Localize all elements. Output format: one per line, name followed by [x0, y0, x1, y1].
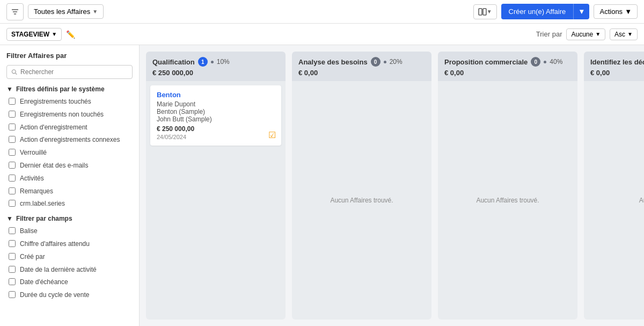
chevron-asc-icon: ▼: [627, 31, 633, 37]
col-title-identifiez: Identifiez les décid...: [590, 58, 644, 66]
chevron-actions-icon: ▼: [625, 8, 632, 16]
checkbox-crm-series[interactable]: [9, 200, 16, 207]
deal-date: 24/05/2024: [157, 134, 275, 140]
deal-card-benton[interactable]: Benton Marie Dupont Benton (Sample) John…: [150, 85, 281, 146]
col-badge-qualification: 1: [198, 57, 208, 67]
deal-company: Benton (Sample): [157, 108, 275, 115]
checkbox-chiffre[interactable]: [9, 240, 16, 247]
filter-button[interactable]: [6, 3, 24, 20]
checkbox-echeance[interactable]: [9, 278, 16, 285]
create-affaire-arrow[interactable]: ▼: [573, 4, 589, 19]
field-filters-list: Balise Chiffre d'affaires attendu Créé p…: [6, 227, 133, 300]
label-enreg-touches: Enregistrements touchés: [20, 97, 91, 106]
create-affaire-button[interactable]: Créer un(e) Affaire: [501, 4, 574, 19]
checkbox-balise[interactable]: [9, 227, 16, 234]
topbar: Toutes les Affaires ▼ ▼ Créer un(e) Affa…: [0, 0, 644, 24]
label-emails: Dernier état des e-mails: [20, 161, 88, 170]
label-activites: Activités: [20, 174, 44, 183]
label-derniere-activite: Date de la dernière activité: [20, 265, 97, 274]
checkbox-derniere-activite[interactable]: [9, 266, 16, 273]
checkbox-remarques[interactable]: [9, 187, 16, 194]
col-badge-proposition: 0: [531, 57, 540, 67]
task-icon: ☑: [268, 130, 276, 140]
filter-item: Enregistrements touchés: [6, 97, 133, 106]
col-header-analyse: Analyse des besoins 0 20% € 0,00: [292, 52, 431, 81]
create-btn-group: Créer un(e) Affaire ▼: [501, 4, 590, 19]
search-box: [6, 65, 133, 79]
col-percent-qualification: 10%: [217, 58, 230, 66]
arrow-down-fields-icon: ▼: [6, 215, 13, 222]
checkbox-enreg-touches[interactable]: [9, 98, 16, 105]
label-cree-par: Créé par: [20, 252, 45, 262]
col-badge-analyse: 0: [371, 57, 380, 67]
label-action-connexes: Action d'enregistrements connexes: [20, 135, 120, 144]
stageview-button[interactable]: STAGEVIEW ▼: [6, 28, 62, 41]
search-icon: [11, 69, 17, 75]
label-echeance: Date d'échéance: [20, 278, 68, 287]
affaires-dropdown[interactable]: Toutes les Affaires ▼: [28, 4, 104, 19]
label-balise: Balise: [20, 227, 38, 236]
col-percent-proposition: 40%: [550, 58, 562, 66]
chevron-create-icon: ▼: [578, 8, 585, 16]
label-crm-series: crm.label.series: [20, 199, 65, 208]
col-dot-proposition: [544, 61, 546, 63]
col-dot-analyse: [384, 61, 386, 63]
chevron-view-icon: ▼: [487, 9, 492, 15]
checkbox-duree-cycle[interactable]: [9, 291, 16, 298]
svg-rect-3: [479, 9, 482, 15]
col-header-qualification: Qualification 1 10% € 250 000,00: [146, 52, 286, 81]
secondbar: STAGEVIEW ▼ ✏️ Trier par Aucune ▼ Asc ▼: [0, 24, 644, 45]
filter-item: Enregistrements non touchés: [6, 110, 133, 119]
filter-item: Action d'enregistrement: [6, 123, 133, 132]
main-layout: Filtrer Affaires par ▼ Filtres définis p…: [0, 45, 644, 326]
checkbox-emails[interactable]: [9, 162, 16, 169]
deal-name: Benton: [157, 91, 275, 99]
empty-message-proposition: Aucun Affaires trouvé.: [442, 85, 573, 315]
col-total-proposition: € 0,00: [444, 69, 571, 77]
empty-message-identifiez: Aucun A...: [588, 85, 644, 315]
label-action-enreg: Action d'enregistrement: [20, 123, 87, 132]
empty-message-analyse: Aucun Affaires trouvé.: [296, 85, 427, 315]
trier-par-label: Trier par: [536, 30, 562, 38]
svg-line-6: [16, 73, 17, 75]
asc-dropdown[interactable]: Asc ▼: [610, 28, 638, 40]
aucune-dropdown[interactable]: Aucune ▼: [566, 28, 605, 40]
filter-item: Action d'enregistrements connexes: [6, 135, 133, 144]
search-input[interactable]: [20, 68, 128, 76]
deal-amount: € 250 000,00: [157, 125, 275, 133]
label-duree-cycle: Durée du cycle de vente: [20, 291, 89, 300]
checkbox-verrouille[interactable]: [9, 149, 16, 156]
checkbox-enreg-non-touches[interactable]: [9, 111, 16, 118]
filter-item: Balise: [6, 227, 133, 236]
checkbox-cree-par[interactable]: [9, 253, 16, 260]
system-filters-list: Enregistrements touchés Enregistrements …: [6, 97, 133, 208]
actions-button[interactable]: Actions ▼: [594, 4, 638, 19]
col-header-identifiez: Identifiez les décid... 0 € 0,00: [584, 52, 644, 81]
sidebar: Filtrer Affaires par ▼ Filtres définis p…: [0, 45, 140, 326]
svg-point-5: [12, 70, 16, 74]
deal-contact: Marie Dupont: [157, 100, 275, 108]
view-toggle-button[interactable]: ▼: [473, 4, 497, 19]
edit-icon[interactable]: ✏️: [66, 30, 75, 39]
label-remarques: Remarques: [20, 187, 53, 196]
secondbar-right: Trier par Aucune ▼ Asc ▼: [536, 28, 638, 40]
label-chiffre: Chiffre d'affaires attendu: [20, 240, 90, 249]
col-total-identifiez: € 0,00: [590, 69, 644, 77]
sidebar-title: Filtrer Affaires par: [6, 52, 133, 60]
svg-rect-4: [483, 9, 486, 15]
field-filters-header[interactable]: ▼ Filtrer par champs: [6, 215, 133, 222]
col-total-analyse: € 0,00: [298, 69, 425, 77]
checkbox-action-enreg[interactable]: [9, 124, 16, 131]
col-total-qualification: € 250 000,00: [152, 69, 279, 77]
affaires-label: Toutes les Affaires: [34, 8, 90, 16]
filter-item: Activités: [6, 174, 133, 183]
checkbox-action-connexes[interactable]: [9, 136, 16, 143]
secondbar-left: STAGEVIEW ▼ ✏️: [6, 28, 75, 41]
filter-item: Créé par: [6, 252, 133, 262]
kanban-col-qualification: Qualification 1 10% € 250 000,00 Benton …: [146, 52, 286, 320]
label-enreg-non-touches: Enregistrements non touchés: [20, 110, 104, 119]
checkbox-activites[interactable]: [9, 175, 16, 182]
col-body-identifiez: Aucun A...: [584, 81, 644, 320]
system-filters-header[interactable]: ▼ Filtres définis par le système: [6, 85, 133, 93]
topbar-right: ▼ Créer un(e) Affaire ▼ Actions ▼: [473, 4, 638, 19]
